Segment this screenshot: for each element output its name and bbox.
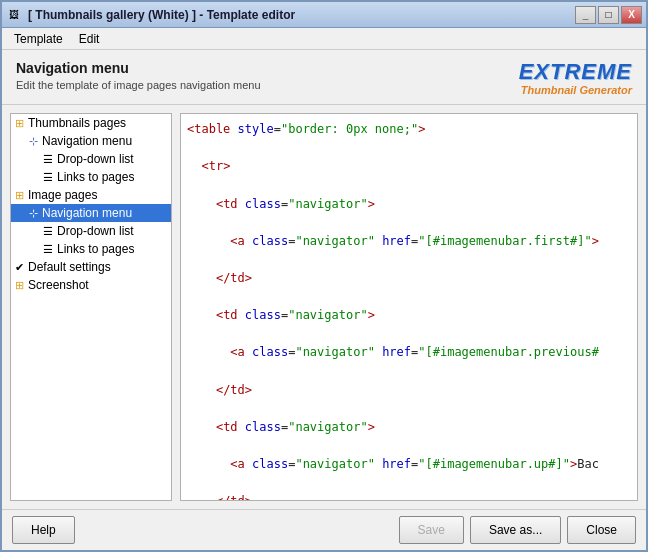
sidebar-item-label: Drop-down list — [57, 224, 134, 238]
sidebar-item-label: Drop-down list — [57, 152, 134, 166]
sidebar-item-thumbnails-pages[interactable]: ⊞ Thumbnails pages — [11, 114, 171, 132]
nav-icon-1: ⊹ — [29, 135, 38, 148]
sidebar-item-default-settings[interactable]: ✔ Default settings — [11, 258, 171, 276]
maximize-button[interactable]: □ — [598, 6, 619, 24]
logo-extreme-text: EXTREME — [519, 60, 632, 84]
sidebar-item-label: Links to pages — [57, 242, 134, 256]
grid-icon: ⊞ — [15, 117, 24, 130]
sidebar-item-label: Screenshot — [28, 278, 89, 292]
menu-bar: Template Edit — [2, 28, 646, 50]
save-button[interactable]: Save — [399, 516, 464, 544]
sidebar-item-label: Default settings — [28, 260, 111, 274]
close-button[interactable]: Close — [567, 516, 636, 544]
window-title: [ Thumbnails gallery (White) ] - Templat… — [28, 8, 575, 22]
dropdown-icon-2: ☰ — [43, 225, 53, 238]
sidebar-item-label: Navigation menu — [42, 134, 132, 148]
code-content: <table style="border: 0px none;"> <tr> <… — [187, 120, 631, 501]
grid-icon-2: ⊞ — [15, 189, 24, 202]
title-bar: 🖼 [ Thumbnails gallery (White) ] - Templ… — [2, 2, 646, 28]
sidebar-item-label: Image pages — [28, 188, 97, 202]
main-window: 🖼 [ Thumbnails gallery (White) ] - Templ… — [0, 0, 648, 552]
screenshot-icon: ⊞ — [15, 279, 24, 292]
menu-template[interactable]: Template — [6, 30, 71, 48]
nav-icon-2: ⊹ — [29, 207, 38, 220]
sidebar-item-label: Navigation menu — [42, 206, 132, 220]
sidebar-tree[interactable]: ⊞ Thumbnails pages ⊹ Navigation menu ☰ D… — [10, 113, 172, 501]
sidebar-item-links-2[interactable]: ☰ Links to pages — [11, 240, 171, 258]
dropdown-icon-1: ☰ — [43, 153, 53, 166]
minimize-button[interactable]: _ — [575, 6, 596, 24]
main-body: ⊞ Thumbnails pages ⊹ Navigation menu ☰ D… — [2, 105, 646, 509]
link-icon-2: ☰ — [43, 243, 53, 256]
save-as-button[interactable]: Save as... — [470, 516, 561, 544]
link-icon-1: ☰ — [43, 171, 53, 184]
logo-area: EXTREME Thumbnail Generator — [519, 60, 632, 96]
sidebar-item-nav-menu-1[interactable]: ⊹ Navigation menu — [11, 132, 171, 150]
sidebar-item-image-pages[interactable]: ⊞ Image pages — [11, 186, 171, 204]
sidebar-item-nav-menu-2[interactable]: ⊹ Navigation menu — [11, 204, 171, 222]
window-controls: _ □ X — [575, 6, 642, 24]
logo-sub-text: Thumbnail Generator — [519, 84, 632, 96]
sidebar-item-screenshot[interactable]: ⊞ Screenshot — [11, 276, 171, 294]
content-area: Navigation menu Edit the template of ima… — [2, 50, 646, 550]
close-window-button[interactable]: X — [621, 6, 642, 24]
code-editor[interactable]: <table style="border: 0px none;"> <tr> <… — [180, 113, 638, 501]
sidebar-item-links-1[interactable]: ☰ Links to pages — [11, 168, 171, 186]
sidebar-item-dropdown-2[interactable]: ☰ Drop-down list — [11, 222, 171, 240]
page-title: Navigation menu — [16, 60, 519, 76]
window-icon: 🖼 — [6, 7, 22, 23]
menu-edit[interactable]: Edit — [71, 30, 108, 48]
sidebar-item-label: Links to pages — [57, 170, 134, 184]
help-button[interactable]: Help — [12, 516, 75, 544]
sidebar-item-dropdown-1[interactable]: ☰ Drop-down list — [11, 150, 171, 168]
sidebar-item-label: Thumbnails pages — [28, 116, 126, 130]
footer-bar: Help Save Save as... Close — [2, 509, 646, 550]
code-editor-container: <table style="border: 0px none;"> <tr> <… — [180, 113, 638, 501]
page-subtitle: Edit the template of image pages navigat… — [16, 79, 519, 91]
header-text: Navigation menu Edit the template of ima… — [16, 60, 519, 91]
header-section: Navigation menu Edit the template of ima… — [2, 50, 646, 105]
settings-icon: ✔ — [15, 261, 24, 274]
